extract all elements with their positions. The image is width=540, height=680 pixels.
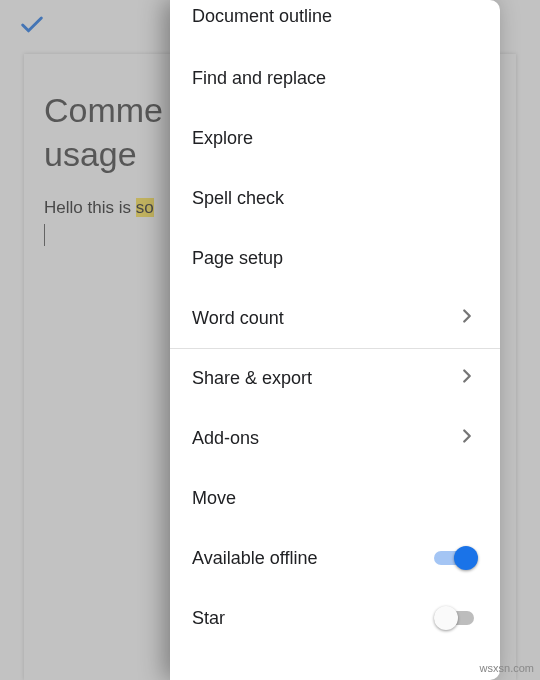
menu-label: Page setup [192,248,283,269]
chevron-right-icon [456,305,478,332]
menu-label: Move [192,488,236,509]
menu-label: Word count [192,308,284,329]
menu-item-spell-check[interactable]: Spell check [170,168,500,228]
toggle-star[interactable] [434,606,478,630]
menu-label: Explore [192,128,253,149]
toggle-knob [454,546,478,570]
menu-label: Available offline [192,548,317,569]
menu-item-star[interactable]: Star [170,588,500,648]
chevron-right-icon [456,365,478,392]
menu-item-move[interactable]: Move [170,468,500,528]
toggle-available-offline[interactable] [434,546,478,570]
menu-label: Find and replace [192,68,326,89]
menu-label: Document outline [192,6,332,27]
watermark: wsxsn.com [480,662,534,674]
menu-item-document-outline[interactable]: Document outline [170,0,500,48]
toggle-knob [434,606,458,630]
menu-label: Spell check [192,188,284,209]
menu-label: Share & export [192,368,312,389]
menu-item-share-export[interactable]: Share & export [170,348,500,408]
menu-item-find-replace[interactable]: Find and replace [170,48,500,108]
menu-item-explore[interactable]: Explore [170,108,500,168]
menu-item-page-setup[interactable]: Page setup [170,228,500,288]
overflow-menu: Document outline Find and replace Explor… [170,0,500,680]
chevron-right-icon [456,425,478,452]
menu-item-word-count[interactable]: Word count [170,288,500,348]
menu-item-add-ons[interactable]: Add-ons [170,408,500,468]
menu-label: Add-ons [192,428,259,449]
menu-label: Star [192,608,225,629]
menu-item-available-offline[interactable]: Available offline [170,528,500,588]
